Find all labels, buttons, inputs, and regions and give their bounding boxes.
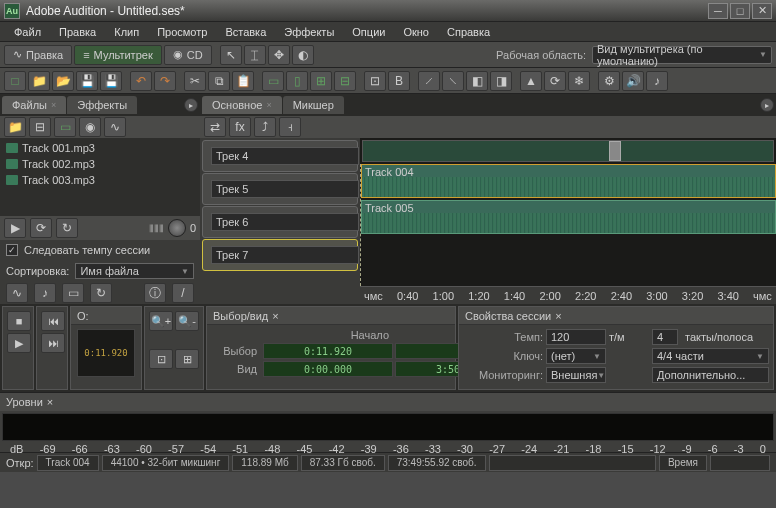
zoom-fit-button[interactable]: ⊡: [149, 349, 173, 369]
zoom-sel-button[interactable]: ⊞: [175, 349, 199, 369]
minimize-button[interactable]: ─: [708, 3, 728, 19]
filter-midi-button[interactable]: ♪: [34, 283, 56, 303]
menu-file[interactable]: Файл: [6, 24, 49, 40]
track-header[interactable]: Н С З: [202, 206, 358, 238]
filter-video-button[interactable]: ▭: [62, 283, 84, 303]
bars-input[interactable]: [652, 329, 678, 345]
time-ruler[interactable]: чмс 0:401:001:201:402:002:202:403:003:20…: [360, 286, 776, 304]
tab-files[interactable]: Файлы×: [2, 96, 66, 114]
zoom-in-button[interactable]: 🔍+: [149, 311, 173, 331]
edit-file-button[interactable]: ∿: [104, 117, 126, 137]
menu-help[interactable]: Справка: [439, 24, 498, 40]
rewind-button[interactable]: ⏮: [41, 311, 65, 331]
monitoring-dropdown[interactable]: Внешняя▼: [546, 367, 606, 383]
group-button[interactable]: ▭: [262, 71, 284, 91]
view-start-input[interactable]: [263, 361, 393, 377]
audio-clip[interactable]: Track 005: [361, 200, 776, 234]
audio-clip[interactable]: Track 004: [361, 164, 776, 198]
info-button[interactable]: ⓘ: [144, 283, 166, 303]
copy-button[interactable]: ⧉: [208, 71, 230, 91]
menu-view[interactable]: Просмотр: [149, 24, 215, 40]
menu-window[interactable]: Окно: [395, 24, 437, 40]
ungroup-button[interactable]: ▯: [286, 71, 308, 91]
file-item[interactable]: Track 002.mp3: [2, 156, 198, 172]
save-button[interactable]: 💾: [76, 71, 98, 91]
sort-dropdown[interactable]: Имя файла▼: [75, 263, 194, 279]
mute-env-button[interactable]: ◨: [490, 71, 512, 91]
import-button[interactable]: 📁: [4, 117, 26, 137]
track-name-input[interactable]: [211, 213, 359, 231]
audio-hw-button[interactable]: 🔊: [622, 71, 644, 91]
envelope-show-button[interactable]: ⟍: [442, 71, 464, 91]
eq-button[interactable]: ⫞: [279, 117, 301, 137]
envelope-button[interactable]: ⟋: [418, 71, 440, 91]
level-meter[interactable]: [2, 413, 774, 441]
snap-button[interactable]: ⊡: [364, 71, 386, 91]
open-append-button[interactable]: 📂: [52, 71, 74, 91]
menu-options[interactable]: Опции: [344, 24, 393, 40]
tempo-input[interactable]: [546, 329, 606, 345]
advanced-button[interactable]: Дополнительно...: [652, 367, 769, 383]
save-all-button[interactable]: 💾: [100, 71, 122, 91]
stop-button[interactable]: ■: [7, 311, 31, 331]
freeze-button[interactable]: ❄: [568, 71, 590, 91]
fx-button[interactable]: fx: [229, 117, 251, 137]
paste-button[interactable]: 📋: [232, 71, 254, 91]
tab-mixer[interactable]: Микшер: [283, 96, 344, 114]
tab-effects[interactable]: Эффекты: [67, 96, 137, 114]
track-name-input[interactable]: [211, 147, 359, 165]
forward-button[interactable]: ⏭: [41, 333, 65, 353]
menu-insert[interactable]: Вставка: [217, 24, 274, 40]
zoom-out-button[interactable]: 🔍-: [175, 311, 199, 331]
loop-button[interactable]: ⟳: [544, 71, 566, 91]
tool-scrub-button[interactable]: ◐: [292, 45, 314, 65]
insert-cd-button[interactable]: ◉: [79, 117, 101, 137]
panel-menu-button[interactable]: ▸: [760, 98, 774, 112]
timeline[interactable]: Track 004 Track 005: [360, 164, 776, 286]
key-dropdown[interactable]: (нет)▼: [546, 348, 606, 364]
ripple-button[interactable]: B: [388, 71, 410, 91]
session-overview[interactable]: [362, 140, 774, 162]
follow-tempo-checkbox[interactable]: ✓: [6, 244, 18, 256]
metronome-button[interactable]: ▲: [520, 71, 542, 91]
tab-main[interactable]: Основное×: [202, 96, 282, 114]
tool-hybrid-button[interactable]: ✥: [268, 45, 290, 65]
insert-multitrack-button[interactable]: ▭: [54, 117, 76, 137]
track-header[interactable]: Н С З: [202, 239, 358, 271]
filter-audio-button[interactable]: ∿: [6, 283, 28, 303]
loop-preview-button[interactable]: ↻: [56, 218, 78, 238]
file-item[interactable]: Track 001.mp3: [2, 140, 198, 156]
undo-button[interactable]: ↶: [130, 71, 152, 91]
sel-start-input[interactable]: [263, 343, 393, 359]
overview-handle[interactable]: [609, 141, 621, 161]
split-button[interactable]: ⊟: [334, 71, 356, 91]
menu-edit[interactable]: Правка: [51, 24, 104, 40]
open-button[interactable]: 📁: [28, 71, 50, 91]
track-header[interactable]: Н С З: [202, 173, 358, 205]
close-icon[interactable]: ×: [51, 100, 56, 110]
autoplay-button[interactable]: ⟳: [30, 218, 52, 238]
track-name-input[interactable]: [211, 246, 359, 264]
track-header[interactable]: Н С З: [202, 140, 358, 172]
mode-edit-button[interactable]: ∿Правка: [4, 45, 72, 65]
mode-cd-button[interactable]: ◉CD: [164, 45, 212, 65]
play-preview-button[interactable]: ▶: [4, 218, 26, 238]
timesig-dropdown[interactable]: 4/4 части▼: [652, 348, 769, 364]
inputs-button[interactable]: ⇄: [204, 117, 226, 137]
new-button[interactable]: □: [4, 71, 26, 91]
menu-clip[interactable]: Клип: [106, 24, 147, 40]
preview-volume-knob[interactable]: [168, 219, 186, 237]
close-icon[interactable]: ×: [272, 310, 278, 322]
menu-effects[interactable]: Эффекты: [276, 24, 342, 40]
play-button[interactable]: ▶: [7, 333, 31, 353]
close-button[interactable]: ✕: [752, 3, 772, 19]
close-file-button[interactable]: ⊟: [29, 117, 51, 137]
midi-button[interactable]: ♪: [646, 71, 668, 91]
tool-move-button[interactable]: ↖: [220, 45, 242, 65]
file-item[interactable]: Track 003.mp3: [2, 172, 198, 188]
mode-multitrack-button[interactable]: ≡Мультитрек: [74, 45, 162, 65]
file-list[interactable]: Track 001.mp3 Track 002.mp3 Track 003.mp…: [0, 138, 200, 216]
redo-button[interactable]: ↷: [154, 71, 176, 91]
close-icon[interactable]: ×: [47, 396, 53, 408]
pan-button[interactable]: ◧: [466, 71, 488, 91]
